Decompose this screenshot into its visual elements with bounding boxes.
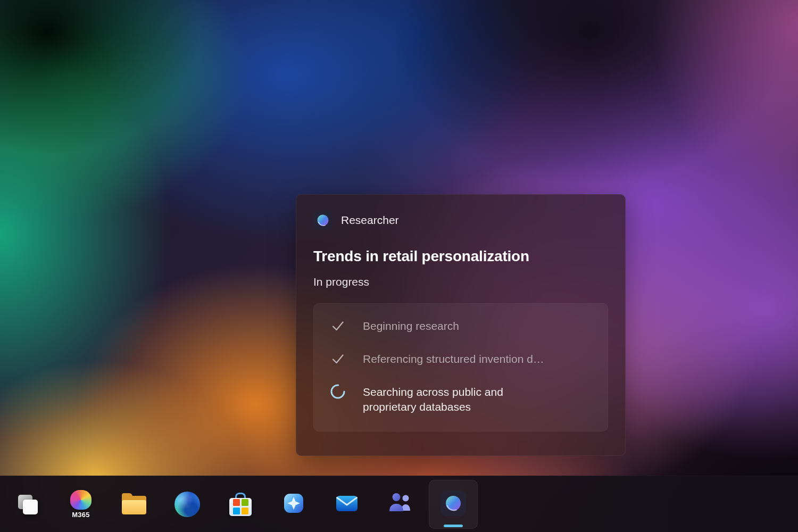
- check-icon: [330, 318, 346, 334]
- card-header: Researcher: [313, 211, 608, 230]
- status-text: In progress: [313, 276, 608, 288]
- step-item-2: Referencing structured invention d…: [330, 351, 592, 368]
- app-name: Researcher: [341, 214, 399, 227]
- taskbar-button-file-explorer[interactable]: [110, 480, 159, 529]
- active-app-indicator: [444, 525, 463, 527]
- step-item-1: Beginning research: [330, 318, 592, 335]
- taskbar-button-edge[interactable]: [163, 480, 212, 529]
- task-title: Trends in retail personalization: [313, 248, 608, 265]
- taskbar-button-researcher[interactable]: [429, 480, 478, 529]
- step-item-3: Searching across public and proprietary …: [330, 384, 592, 415]
- edge-icon: [174, 492, 200, 517]
- desktop: Researcher Trends in retail personalizat…: [0, 0, 798, 532]
- steps-panel: Beginning research Referencing structure…: [313, 303, 608, 431]
- outlook-icon: [335, 491, 359, 517]
- researcher-app-icon: [313, 211, 332, 230]
- file-explorer-icon: [121, 493, 147, 516]
- check-icon: [330, 351, 346, 367]
- taskbar-button-outlook[interactable]: [322, 480, 371, 529]
- step-label: Searching across public and proprietary …: [363, 384, 550, 415]
- show-desktop-icon: [16, 493, 39, 516]
- taskbar-button-microsoft-store[interactable]: [216, 480, 265, 529]
- microsoft-store-icon: [228, 493, 253, 516]
- taskbar-button-teams[interactable]: [376, 480, 425, 529]
- researcher-progress-card[interactable]: Researcher Trends in retail personalizat…: [296, 194, 626, 456]
- taskbar-button-show-desktop[interactable]: [3, 480, 52, 529]
- researcher-icon: [440, 491, 466, 518]
- taskbar: M365: [0, 476, 798, 532]
- step-label: Beginning research: [363, 318, 459, 334]
- teams-icon: [388, 491, 412, 517]
- step-label: Referencing structured invention d…: [363, 351, 544, 367]
- taskbar-button-copilot[interactable]: [269, 480, 318, 529]
- copilot-icon: [281, 491, 306, 517]
- m365-badge: M365: [72, 511, 89, 519]
- taskbar-button-m365-copilot[interactable]: M365: [56, 480, 105, 529]
- spinner-icon: [330, 384, 346, 400]
- m365-copilot-icon: M365: [66, 490, 96, 519]
